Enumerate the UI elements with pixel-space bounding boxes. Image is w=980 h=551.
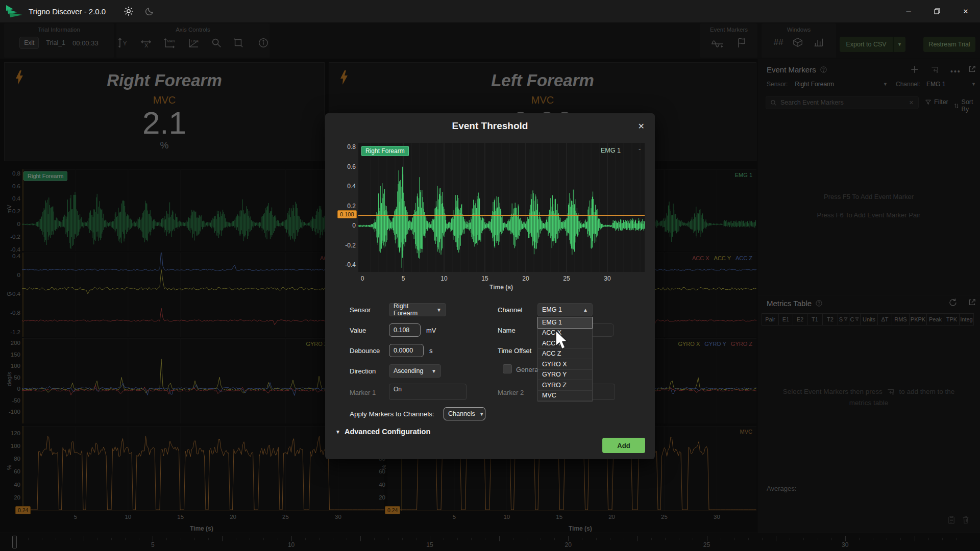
chart-y-tick-label: 0.6 [338,163,356,170]
direction-select[interactable]: Ascending▼ [389,364,441,378]
window-controls: ─ ✕ [894,0,980,22]
channel-option[interactable]: MVC [538,391,592,402]
chart-sensor-badge: Right Forearm [361,146,409,156]
dark-mode-moon-icon[interactable] [144,6,155,16]
chart-x-tick-label: 15 [481,275,488,282]
channel-option[interactable]: GYRO X [538,359,592,370]
chart-x-tick-label: 25 [563,275,570,282]
add-button[interactable]: Add [602,438,645,453]
chart-x-tick-label: 0 [361,275,364,282]
event-threshold-dialog: Event Threshold ✕ Right Forearm EMG 1 - … [325,113,655,459]
chart-channel-label: EMG 1 [601,147,621,154]
sensor-select[interactable]: Right Forearm▼ [389,303,446,316]
chart-y-tick-label: 0.8 [338,143,356,151]
chart-x-tick-label: 20 [522,275,529,282]
sensor-label: Sensor [350,306,371,314]
app-logo-icon [5,4,24,18]
name-label: Name [498,327,516,334]
channel-option[interactable]: EMG 1 [538,317,592,328]
collapse-chart-icon[interactable]: - [639,145,641,153]
debounce-label: Debounce [350,347,380,355]
time-offset-label: Time Offset [498,347,531,355]
direction-label: Direction [350,367,376,375]
chart-x-tick-label: 10 [440,275,447,282]
channel-label: Channel [498,306,522,314]
minimize-button[interactable]: ─ [894,0,923,22]
chart-y-tick-label: 0 [338,222,356,229]
chart-y-tick-label: -0.2 [338,242,356,249]
chart-y-tick-label: 0.2 [338,203,356,210]
apply-markers-label: Apply Markers to Channels: [350,410,434,418]
chart-x-tick-label: 5 [402,275,405,282]
advanced-configuration-toggle[interactable]: ▼ Advanced Configuration [335,428,430,436]
dialog-close-icon[interactable]: ✕ [638,121,645,131]
marker2-label: Marker 2 [498,389,524,396]
debounce-unit: s [429,347,433,355]
chart-x-tick-label: 30 [604,275,610,282]
mouse-cursor [554,330,569,351]
channel-select[interactable]: EMG 1▲ [537,303,593,316]
debounce-input[interactable] [389,344,424,357]
chart-y-tick-label: 0.4 [338,183,356,190]
dialog-title: Event Threshold [325,113,655,132]
apply-markers-select[interactable]: Channels▼ [444,407,485,420]
chart-y-tick-label: -0.4 [338,261,356,268]
restore-button[interactable] [923,0,951,22]
channel-option[interactable]: GYRO Z [538,380,592,391]
channel-option[interactable]: GYRO Y [538,370,592,381]
threshold-preview-chart[interactable] [358,143,645,272]
value-unit: mV [426,327,436,334]
value-label: Value [350,327,366,334]
app-title: Trigno Discover - 2.0.0 [29,7,106,16]
value-input[interactable] [389,323,421,337]
marker1-label: Marker 1 [350,389,376,396]
app-window: Trigno Discover - 2.0.0 ─ ✕ Trial Inform… [0,0,980,551]
settings-gear-icon[interactable] [123,6,134,17]
close-button[interactable]: ✕ [951,0,980,22]
titlebar: Trigno Discover - 2.0.0 ─ ✕ [0,0,980,22]
chevron-down-icon: ▼ [335,429,340,435]
threshold-value-badge[interactable]: 0.108 [337,210,357,218]
chart-x-axis-title: Time (s) [489,284,513,291]
generate-checkbox[interactable] [503,364,512,373]
threshold-emg-waveform [358,143,645,272]
marker1-field[interactable]: On [389,384,467,400]
